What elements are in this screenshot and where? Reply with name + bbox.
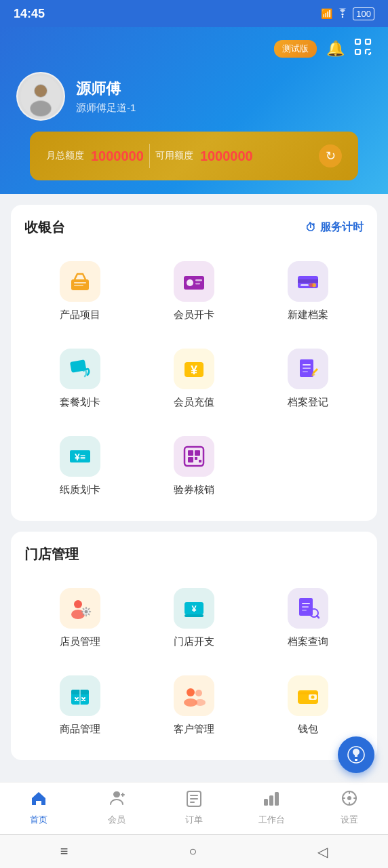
cashier-label-0: 产品项目 (60, 309, 100, 321)
svg-rect-36 (195, 450, 200, 456)
svg-rect-19 (195, 283, 200, 285)
store-item-1[interactable]: ¥ 门店开支 (138, 577, 250, 659)
svg-text:¥≡: ¥≡ (75, 452, 85, 462)
svg-rect-2 (366, 39, 370, 44)
cashier-header: 收银台 ⏱ 服务计时 (24, 218, 364, 237)
store-title: 门店管理 (24, 545, 79, 564)
store-item-4[interactable]: 客户管理 (138, 665, 250, 747)
cashier-item-6[interactable]: ¥≡ 纸质划卡 (24, 425, 136, 507)
android-back[interactable]: ◁ (317, 844, 328, 860)
store-item-3[interactable]: 商品管理 (24, 665, 136, 747)
store-icon-1: ¥ (174, 588, 214, 629)
store-label-1: 门店开支 (174, 635, 214, 648)
nav-icon-4 (341, 789, 358, 811)
avatar (16, 72, 65, 121)
store-grid: 店员管理 ¥ 门店开支 档案查询 商品管理 (24, 577, 364, 747)
service-timer-button[interactable]: ⏱ 服务计时 (305, 220, 364, 235)
cashier-section: 收银台 ⏱ 服务计时 产品项目 会员开卡 (11, 205, 377, 521)
cashier-label-7: 验券核销 (174, 484, 214, 496)
svg-rect-34 (185, 447, 203, 466)
svg-point-24 (309, 283, 313, 288)
nav-icon-0 (30, 789, 47, 811)
cashier-item-1[interactable]: 会员开卡 (138, 250, 250, 332)
svg-rect-71 (269, 795, 273, 806)
svg-rect-65 (355, 759, 357, 761)
store-icon-3 (60, 675, 100, 716)
cashier-item-7[interactable]: 验券核销 (138, 425, 250, 507)
store-label-2: 档案查询 (288, 635, 328, 648)
cashier-label-2: 新建档案 (288, 309, 328, 321)
svg-rect-15 (74, 285, 83, 286)
svg-rect-38 (195, 457, 197, 460)
svg-rect-31 (303, 371, 308, 372)
timer-icon: ⏱ (305, 222, 316, 234)
cashier-icon-3 (60, 349, 100, 389)
svg-point-59 (195, 699, 206, 706)
quota-row: 月总额度 1000000 可用额度 1000000 (46, 144, 319, 168)
nav-item-会员[interactable]: 会员 (96, 789, 137, 826)
user-shop: 源师傅足道-1 (76, 102, 136, 115)
cashier-icon-4: ¥ (174, 349, 214, 389)
quota-card: 月总额度 1000000 可用额度 1000000 ↻ (30, 132, 358, 180)
scan-icon[interactable] (354, 38, 372, 60)
svg-rect-37 (188, 457, 193, 462)
svg-rect-48 (302, 603, 310, 604)
svg-text:¥: ¥ (191, 363, 197, 377)
svg-point-58 (195, 690, 202, 696)
store-label-3: 商品管理 (60, 723, 100, 736)
cashier-item-5[interactable]: 档案登记 (252, 338, 364, 420)
refresh-button[interactable]: ↻ (319, 144, 342, 167)
nav-item-工作台[interactable]: 工作台 (251, 789, 292, 826)
cashier-icon-6: ¥≡ (60, 436, 100, 477)
nav-item-订单[interactable]: 订单 (174, 789, 214, 826)
svg-line-52 (317, 616, 319, 618)
nav-label-2: 订单 (185, 814, 203, 826)
android-home[interactable]: ○ (189, 844, 197, 859)
signal-icon: 📶 (321, 8, 332, 19)
nav-item-设置[interactable]: 设置 (329, 789, 370, 826)
monthly-value: 1000000 (91, 149, 144, 164)
cashier-item-4[interactable]: ¥ 会员充值 (138, 338, 250, 420)
cashier-label-5: 档案登记 (288, 396, 328, 409)
store-icon-4 (174, 675, 214, 716)
store-item-2[interactable]: 档案查询 (252, 577, 364, 659)
nav-label-3: 工作台 (258, 814, 285, 826)
wifi-icon (336, 8, 349, 20)
store-header: 门店管理 (24, 545, 364, 564)
svg-point-0 (342, 16, 343, 17)
svg-point-12 (31, 101, 51, 116)
svg-rect-72 (275, 792, 279, 806)
store-icon-0 (60, 588, 100, 629)
header-section: 测试版 🔔 源师傅 源师傅足道- (0, 27, 388, 194)
bottom-nav: 首页 会员 订单 工作台 设置 (0, 782, 388, 834)
android-menu[interactable]: ≡ (60, 844, 69, 859)
svg-rect-21 (298, 279, 318, 283)
status-bar: 14:45 📶 100 (0, 0, 388, 27)
available-label: 可用额度 (155, 150, 193, 162)
cashier-label-3: 套餐划卡 (60, 396, 100, 409)
support-button[interactable] (338, 736, 374, 773)
cashier-item-0[interactable]: 产品项目 (24, 250, 136, 332)
nav-icon-3 (263, 789, 280, 811)
notification-icon[interactable]: 🔔 (326, 40, 345, 58)
store-item-5[interactable]: 钱包 (252, 665, 364, 747)
svg-point-62 (311, 696, 315, 699)
monthly-quota: 月总额度 1000000 (46, 149, 144, 164)
svg-rect-63 (298, 692, 318, 694)
header-top: 测试版 🔔 (16, 38, 372, 60)
cashier-label-4: 会员充值 (174, 396, 214, 409)
nav-item-首页[interactable]: 首页 (18, 789, 59, 826)
store-label-4: 客户管理 (174, 723, 214, 736)
store-section: 门店管理 店员管理 ¥ 门店开支 档案查询 (11, 532, 377, 760)
nav-label-4: 设置 (341, 814, 358, 826)
svg-text:¥: ¥ (191, 604, 197, 614)
cashier-label-1: 会员开卡 (174, 309, 214, 321)
cashier-icon-5 (288, 349, 328, 389)
svg-point-74 (347, 796, 351, 800)
store-item-0[interactable]: 店员管理 (24, 577, 136, 659)
svg-rect-49 (302, 606, 309, 608)
cashier-item-3[interactable]: 套餐划卡 (24, 338, 136, 420)
timer-label: 服务计时 (320, 220, 364, 235)
svg-rect-3 (355, 50, 360, 54)
cashier-item-2[interactable]: 新建档案 (252, 250, 364, 332)
